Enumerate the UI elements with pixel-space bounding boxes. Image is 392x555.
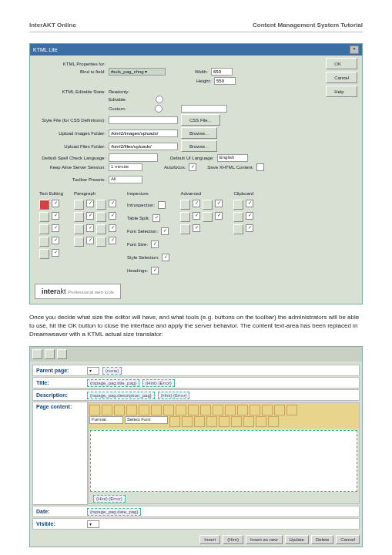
title-label: Title: — [33, 380, 87, 385]
readonly-radio[interactable] — [156, 96, 163, 103]
uilang-select[interactable]: English — [217, 154, 248, 162]
desc-label: Description: — [33, 392, 87, 398]
update-button[interactable]: Update — [285, 535, 309, 544]
spell-label: Default Spell Check Language: — [35, 156, 106, 160]
font-select[interactable]: Select Font — [125, 416, 168, 424]
upfile-label: Upload Files Folder: — [35, 144, 106, 149]
width-label: Width: — [195, 69, 208, 74]
interakt-logo: interakt Professional web tools — [35, 284, 121, 299]
upfile-input[interactable] — [109, 143, 178, 150]
cancel2-button[interactable]: Cancel — [336, 535, 360, 544]
height-label: Height: — [196, 79, 211, 83]
toolbar-select[interactable]: All — [109, 176, 142, 183]
browse1-button[interactable]: Browse... — [181, 127, 217, 139]
format-select[interactable]: Format — [89, 416, 123, 424]
body-paragraph: Once you decide what size the editor wil… — [29, 314, 363, 338]
custom-select[interactable] — [181, 105, 227, 113]
save-label: Save XHTML Content: — [207, 165, 253, 170]
editor-icon[interactable] — [89, 405, 100, 415]
ok-button[interactable]: OK — [326, 58, 357, 69]
text-icon[interactable] — [39, 200, 49, 210]
parent-label: Parent page: — [33, 368, 87, 373]
cssfile-button[interactable]: CSS File... — [181, 114, 220, 126]
help-button[interactable]: Help — [326, 86, 357, 97]
browse2-button[interactable]: Browse... — [181, 140, 217, 152]
toolbar-label: Toolbar Presets: — [35, 177, 106, 182]
upimg-input[interactable] — [109, 130, 178, 137]
ktml-dialog: KTML Lite× OK Cancel Help KTML Propertie… — [29, 43, 363, 304]
save-check[interactable] — [256, 163, 264, 171]
insert-button[interactable]: Insert — [199, 535, 220, 544]
hint-button[interactable]: (Hint) — [223, 535, 243, 544]
hdr-right: Content Management System Tutorial — [253, 22, 363, 29]
spell-select[interactable] — [109, 153, 158, 162]
insertnew-button[interactable]: Insert as new — [246, 535, 283, 544]
height-input[interactable] — [214, 77, 236, 85]
autofocus-check[interactable]: ✓ — [189, 163, 196, 171]
bind-label: Bind to field: — [35, 69, 106, 74]
dlg-title: KTML Lite — [33, 47, 58, 52]
autofocus-label: Autofocus: — [164, 165, 186, 170]
visible-label: Visible: — [33, 521, 87, 526]
hdr-left: InterAKT Online — [29, 22, 76, 29]
style-label: Style File (for CSS Definitions): — [35, 118, 106, 123]
keepalive-select[interactable]: 1 minute — [109, 163, 142, 171]
keepalive-label: Keep Alive Server Session: — [35, 165, 106, 170]
form-screenshot: Parent page:▾(none) Title:{rspage_pag.ti… — [29, 346, 363, 547]
editable-label: KTML Editable State: — [35, 89, 106, 94]
upimg-label: Upload Images Folder: — [35, 131, 106, 136]
style-input[interactable] — [109, 116, 178, 124]
props-label: KTML Properties for: — [35, 62, 106, 66]
date-label: Date: — [33, 509, 87, 514]
content-label: Page content: — [32, 402, 88, 505]
uilang-label: Default UI Language: — [170, 156, 214, 160]
content-textarea[interactable] — [90, 430, 357, 492]
width-input[interactable] — [211, 68, 233, 76]
close-icon[interactable]: × — [350, 45, 359, 54]
editable-radio[interactable] — [155, 105, 162, 113]
bind-select[interactable]: #eds_pag_chng ▾ — [109, 68, 166, 76]
delete-button[interactable]: Delete — [311, 535, 333, 544]
cancel-button[interactable]: Cancel — [326, 72, 357, 83]
